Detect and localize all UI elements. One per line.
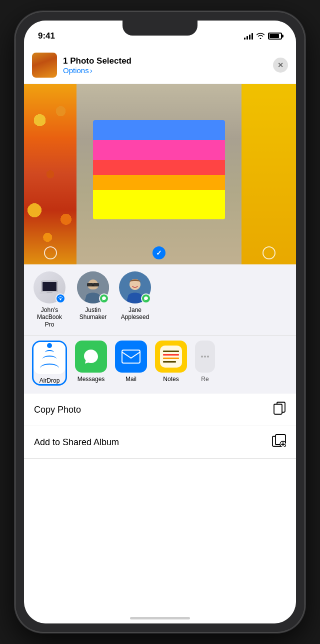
selection-circle-unselected-2[interactable]: [262, 246, 276, 259]
mail-label: Mail: [126, 376, 136, 383]
action-more[interactable]: Re: [195, 341, 215, 386]
svg-rect-3: [46, 292, 52, 293]
selection-circle-checked[interactable]: ✓: [152, 246, 166, 259]
action-airdrop[interactable]: AirDrop: [32, 341, 67, 386]
home-indicator: [130, 617, 190, 619]
photo-item-graffiti[interactable]: ✓: [76, 84, 242, 264]
recipient-jane[interactable]: JaneAppleseed: [119, 271, 151, 328]
share-sheet: 1 Photo Selected Options › ✕: [24, 46, 296, 623]
photo-header: 1 Photo Selected Options › ✕: [24, 46, 296, 84]
svg-rect-9: [94, 283, 99, 286]
phone-shell: 9:41: [15, 12, 305, 632]
battery-icon: [268, 33, 282, 40]
close-button[interactable]: ✕: [273, 58, 288, 73]
action-mail[interactable]: Mail: [115, 341, 147, 386]
notes-icon: [155, 341, 187, 373]
photo-item-yellow[interactable]: [242, 84, 296, 264]
more-label: Re: [201, 376, 208, 383]
recipient-name-macbook: John'sMacBook Pro: [32, 306, 67, 328]
photo-count-title: 1 Photo Selected: [63, 56, 267, 66]
actions-row: AirDrop Messages: [24, 335, 296, 394]
wifi-icon: [256, 32, 265, 41]
airdrop-label: AirDrop: [40, 377, 60, 384]
recipients-row: John'sMacBook Pro: [24, 264, 296, 335]
svg-rect-13: [122, 350, 140, 363]
messages-icon: [75, 341, 107, 373]
add-shared-album-label: Add to Shared Album: [34, 437, 119, 448]
add-shared-album-icon: [272, 434, 286, 450]
svg-point-16: [207, 356, 209, 358]
recipient-justin[interactable]: JustinShumaker: [77, 271, 109, 328]
svg-rect-18: [274, 404, 282, 414]
svg-point-4: [60, 299, 62, 300]
copy-photo-button[interactable]: Copy Photo: [24, 394, 296, 426]
action-messages[interactable]: Messages: [75, 341, 107, 386]
svg-rect-8: [87, 283, 92, 286]
status-time: 9:41: [38, 31, 55, 41]
photo-info: 1 Photo Selected Options ›: [63, 56, 267, 75]
selection-circle-unselected[interactable]: [44, 246, 57, 259]
airdrop-badge: [56, 293, 66, 303]
more-icon: [195, 341, 215, 373]
recipient-macbook[interactable]: John'sMacBook Pro: [32, 271, 67, 328]
options-button[interactable]: Options ›: [63, 66, 267, 75]
mail-icon: [115, 341, 147, 373]
action-notes[interactable]: Notes: [155, 341, 187, 386]
svg-rect-1: [42, 282, 56, 291]
add-shared-album-button[interactable]: Add to Shared Album: [24, 426, 296, 459]
bottom-actions: Copy Photo Add to Shared Album: [24, 394, 296, 459]
copy-photo-icon: [273, 402, 286, 418]
airdrop-icon: [34, 342, 66, 374]
photo-carousel[interactable]: ✓: [24, 84, 296, 264]
messages-label: Messages: [78, 376, 105, 383]
status-icons: [244, 32, 282, 41]
signal-icon: [244, 33, 253, 40]
notch: [122, 21, 198, 36]
selected-photo-thumbnail: [32, 53, 57, 78]
svg-point-14: [201, 356, 203, 358]
phone-screen: 9:41: [24, 21, 296, 623]
notes-label: Notes: [163, 376, 178, 383]
copy-photo-label: Copy Photo: [34, 405, 81, 415]
messages-badge-jane: [141, 293, 151, 303]
recipient-name-justin: JustinShumaker: [80, 306, 107, 321]
recipient-name-jane: JaneAppleseed: [121, 306, 150, 321]
svg-point-15: [204, 356, 206, 358]
messages-badge-justin: [99, 293, 109, 303]
photo-item-flowers[interactable]: [24, 84, 76, 264]
svg-rect-10: [92, 283, 94, 284]
